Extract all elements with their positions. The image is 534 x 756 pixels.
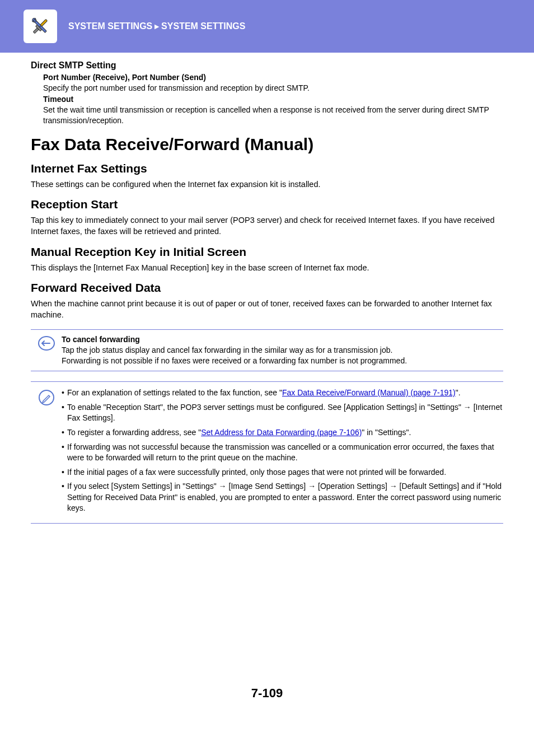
section-heading-manualkey: Manual Reception Key in Initial Screen xyxy=(31,245,503,259)
section-heading-ifax: Internet Fax Settings xyxy=(31,162,503,175)
pencil-circle-icon xyxy=(38,389,55,407)
body-forward: When the machine cannot print because it… xyxy=(31,298,503,321)
info-item-4: If forwarding was not successful because… xyxy=(62,442,503,464)
info-item-3: To register a forwarding address, see "S… xyxy=(62,427,503,438)
chevron-right-icon: ► xyxy=(153,22,161,31)
info-item-6: If you select [System Settings] in "Sett… xyxy=(62,481,503,514)
back-hand-icon xyxy=(38,335,55,351)
subheading-port: Port Number (Receive), Port Number (Send… xyxy=(43,73,503,82)
info-item-5: If the initial pages of a fax were succe… xyxy=(62,467,503,478)
cancel-note-title: To cancel forwarding xyxy=(62,334,503,345)
body-reception: Tap this key to immediately connect to y… xyxy=(31,214,503,237)
section-heading-smtp: Direct SMTP Setting xyxy=(31,60,503,71)
header-bar: SYSTEM SETTINGS ► SYSTEM SETTINGS xyxy=(0,0,534,53)
body-ifax: These settings can be configured when th… xyxy=(31,179,503,190)
link-fax-data[interactable]: Fax Data Receive/Forward (Manual) (page … xyxy=(282,388,456,397)
link-set-address[interactable]: Set Address for Data Forwarding (page 7-… xyxy=(201,428,362,437)
info-item-2: To enable "Reception Start", the POP3 se… xyxy=(62,402,503,424)
body-port: Specify the port number used for transmi… xyxy=(43,83,503,94)
cancel-note: To cancel forwarding Tap the job status … xyxy=(31,329,503,371)
page-number: 7-109 xyxy=(0,686,534,717)
breadcrumb-part-1: SYSTEM SETTINGS xyxy=(68,21,152,31)
section-heading-forward: Forward Received Data xyxy=(31,281,503,295)
body-timeout: Set the wait time until transmission or … xyxy=(43,105,503,126)
section-heading-reception: Reception Start xyxy=(31,198,503,211)
page-content: Direct SMTP Setting Port Number (Receive… xyxy=(0,53,534,524)
info-item-1: For an explanation of settings related t… xyxy=(62,388,503,399)
breadcrumb-part-2: SYSTEM SETTINGS xyxy=(161,21,245,31)
subheading-timeout: Timeout xyxy=(43,95,503,104)
tools-icon xyxy=(24,10,57,43)
page-title: Fax Data Receive/Forward (Manual) xyxy=(31,135,503,154)
svg-rect-2 xyxy=(33,28,39,34)
breadcrumb: SYSTEM SETTINGS ► SYSTEM SETTINGS xyxy=(68,21,245,31)
info-note: For an explanation of settings related t… xyxy=(31,381,503,524)
body-manualkey: This displays the [Internet Fax Manual R… xyxy=(31,262,503,273)
info-list: For an explanation of settings related t… xyxy=(62,388,503,514)
cancel-note-line1: Tap the job status display and cancel fa… xyxy=(62,345,503,356)
cancel-note-line2: Forwarding is not possible if no faxes w… xyxy=(62,356,503,366)
